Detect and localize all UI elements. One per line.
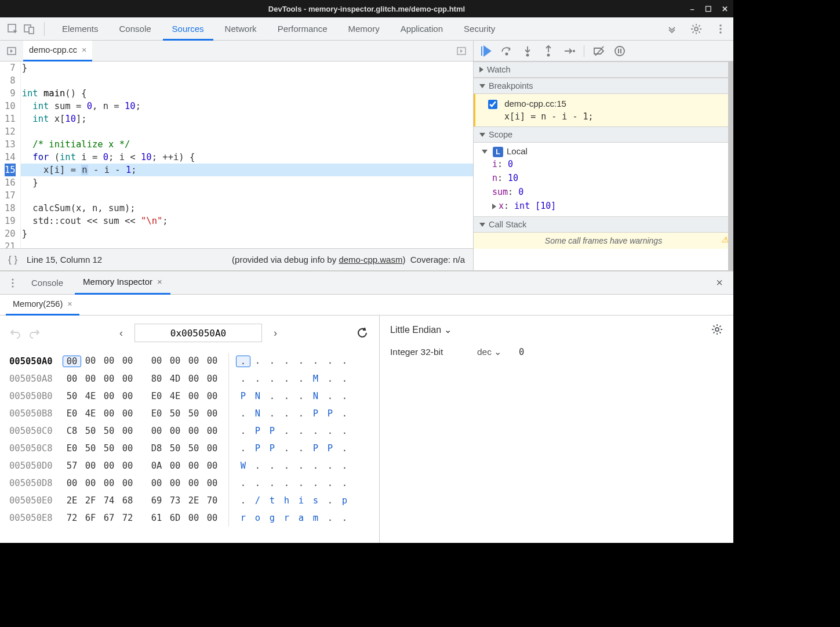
hex-byte[interactable]: 70 (203, 495, 221, 506)
hex-byte[interactable]: 00 (203, 426, 221, 436)
main-tab-console[interactable]: Console (110, 17, 161, 41)
ascii-byte[interactable]: o (250, 513, 265, 523)
ascii-byte[interactable]: . (279, 408, 294, 419)
hex-byte[interactable]: 0A (147, 461, 166, 471)
navigator-toggle-icon[interactable] (5, 44, 19, 58)
hex-byte[interactable]: 00 (100, 391, 118, 401)
ascii-byte[interactable]: / (250, 495, 265, 506)
hex-byte[interactable]: 00 (100, 408, 118, 419)
hex-byte[interactable]: 72 (63, 513, 81, 523)
ascii-byte[interactable]: . (236, 443, 250, 454)
ascii-byte[interactable]: m (308, 513, 323, 523)
hex-byte[interactable]: 00 (100, 356, 118, 367)
ascii-byte[interactable]: . (294, 374, 308, 384)
ascii-byte[interactable]: . (323, 426, 337, 436)
ascii-byte[interactable]: . (236, 374, 250, 384)
hex-byte[interactable]: 00 (63, 356, 81, 367)
close-memory-tab-icon[interactable]: × (67, 293, 72, 314)
address-input[interactable] (134, 324, 262, 342)
hex-byte[interactable]: 00 (203, 478, 221, 488)
ascii-byte[interactable]: g (265, 513, 279, 523)
ascii-byte[interactable]: . (294, 426, 308, 436)
redo-icon[interactable] (29, 327, 41, 339)
scope-variable[interactable]: x: int [10] (482, 199, 728, 213)
hex-byte[interactable]: 00 (118, 391, 137, 401)
hex-byte[interactable]: 00 (100, 461, 118, 471)
hex-byte[interactable]: 00 (63, 478, 81, 488)
ascii-byte[interactable]: P (308, 443, 323, 454)
hex-byte[interactable]: 00 (166, 461, 184, 471)
hex-byte[interactable]: 61 (147, 513, 166, 523)
ascii-byte[interactable]: . (337, 374, 352, 384)
undo-icon[interactable] (9, 327, 21, 339)
breakpoint-checkbox[interactable] (488, 100, 497, 109)
ascii-byte[interactable]: . (323, 513, 337, 523)
device-toggle-icon[interactable] (22, 22, 36, 36)
ascii-byte[interactable]: . (265, 391, 279, 401)
hex-byte[interactable]: 50 (81, 443, 100, 454)
hex-byte[interactable]: 00 (184, 374, 203, 384)
ascii-byte[interactable]: N (308, 391, 323, 401)
resume-icon[interactable] (479, 45, 492, 57)
ascii-byte[interactable]: . (337, 443, 352, 454)
endianness-selector[interactable]: Little Endian ⌄ (390, 324, 452, 335)
hex-byte[interactable]: 2F (81, 495, 100, 506)
hex-byte[interactable]: 50 (100, 426, 118, 436)
scope-variable[interactable]: sum: 0 (482, 185, 728, 199)
ascii-byte[interactable]: i (294, 495, 308, 506)
watch-section-header[interactable]: Watch (474, 61, 733, 78)
run-snippet-icon[interactable] (454, 44, 468, 58)
memory-tab[interactable]: Memory(256)× (6, 295, 79, 316)
ascii-byte[interactable]: . (236, 356, 250, 367)
window-minimize-icon[interactable]: – (688, 5, 696, 13)
hex-byte[interactable]: 00 (118, 426, 137, 436)
hex-byte[interactable]: E0 (63, 408, 81, 419)
main-tab-sources[interactable]: Sources (163, 17, 213, 41)
ascii-byte[interactable]: . (265, 356, 279, 367)
ascii-byte[interactable]: r (279, 513, 294, 523)
ascii-byte[interactable]: P (323, 408, 337, 419)
hex-byte[interactable]: 00 (81, 478, 100, 488)
window-maximize-icon[interactable]: ☐ (704, 5, 712, 13)
hex-byte[interactable]: 00 (184, 513, 203, 523)
step-out-icon[interactable] (542, 45, 555, 57)
main-tab-elements[interactable]: Elements (53, 17, 108, 41)
main-tab-performance[interactable]: Performance (268, 17, 337, 41)
hex-byte[interactable]: 00 (81, 461, 100, 471)
prev-address-icon[interactable]: ‹ (115, 327, 128, 339)
ascii-byte[interactable]: . (250, 356, 265, 367)
hex-byte[interactable]: 00 (63, 374, 81, 384)
ascii-byte[interactable]: . (279, 478, 294, 488)
debug-info-link[interactable]: demo-cpp.wasm (339, 255, 402, 264)
ascii-byte[interactable]: . (337, 426, 352, 436)
hex-byte[interactable]: 2E (63, 495, 81, 506)
refresh-icon[interactable] (356, 327, 370, 339)
ascii-byte[interactable]: . (337, 356, 352, 367)
breakpoint-item[interactable]: demo-cpp.cc:15 x[i] = n - i - 1; (474, 94, 733, 126)
step-icon[interactable] (563, 45, 576, 57)
scope-section-header[interactable]: Scope (474, 126, 733, 143)
ascii-byte[interactable]: P (236, 391, 250, 401)
file-tab[interactable]: demo-cpp.cc × (23, 41, 92, 61)
ascii-byte[interactable]: . (323, 374, 337, 384)
ascii-byte[interactable]: . (323, 478, 337, 488)
scope-variable[interactable]: i: 0 (482, 157, 728, 171)
braces-icon[interactable]: { } (8, 254, 17, 266)
hex-byte[interactable]: 00 (203, 356, 221, 367)
ascii-byte[interactable]: . (236, 426, 250, 436)
ascii-byte[interactable]: . (294, 461, 308, 471)
hex-byte[interactable]: 2E (184, 495, 203, 506)
kebab-menu-icon[interactable] (714, 22, 728, 36)
hex-byte[interactable]: 00 (118, 374, 137, 384)
ascii-byte[interactable]: . (323, 391, 337, 401)
deactivate-breakpoints-icon[interactable] (592, 45, 605, 57)
hex-byte[interactable]: 00 (100, 374, 118, 384)
ascii-byte[interactable]: . (294, 408, 308, 419)
settings-icon[interactable] (689, 22, 703, 36)
ascii-byte[interactable]: . (337, 478, 352, 488)
ascii-byte[interactable]: P (265, 443, 279, 454)
hex-byte[interactable]: 00 (184, 426, 203, 436)
ascii-byte[interactable]: . (323, 356, 337, 367)
hex-byte[interactable]: 67 (100, 513, 118, 523)
hex-byte[interactable]: 50 (63, 391, 81, 401)
